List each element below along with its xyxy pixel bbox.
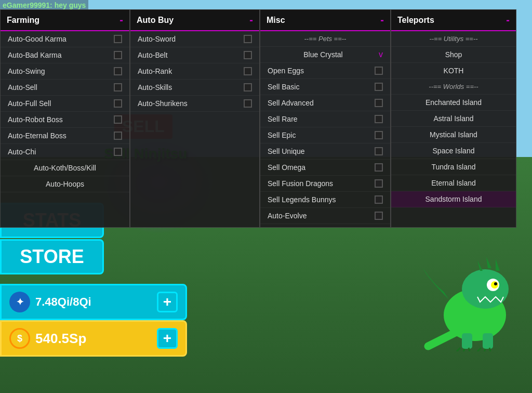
- sell-fusion-dragons-checkbox[interactable]: [375, 179, 383, 188]
- sell-rare-checkbox[interactable]: [375, 115, 383, 123]
- sell-legends-bunnys-checkbox[interactable]: [375, 195, 383, 204]
- auto-shurikens-checkbox[interactable]: [244, 99, 252, 108]
- teleport-enchanted-island[interactable]: Enchanted Island: [391, 95, 516, 111]
- auto-buy-sword[interactable]: Auto-Sword: [130, 31, 259, 47]
- misc-content: --== Pets ==-- Blue Crystal v Open Eggs …: [260, 31, 390, 227]
- sell-advanced-checkbox[interactable]: [375, 99, 383, 107]
- gold-value: 540.5Sp: [35, 331, 86, 347]
- shuriken-icon: ✦: [9, 292, 30, 312]
- teleports-content: --== Utilitys ==-- Shop KOTH --== Worlds…: [391, 31, 516, 227]
- teleports-panel: Teleports - --== Utilitys ==-- Shop KOTH…: [391, 9, 516, 228]
- misc-header: Misc -: [260, 10, 390, 31]
- svg-point-1: [462, 269, 509, 309]
- farming-content: Auto-Good Karma Auto-Bad Karma Auto-Swin…: [1, 31, 129, 227]
- svg-rect-8: [462, 333, 472, 349]
- auto-buy-rank[interactable]: Auto-Rank: [130, 63, 259, 80]
- worlds-section-header: --== Worlds ==--: [391, 79, 516, 95]
- misc-sell-basic[interactable]: Sell Basic: [260, 79, 390, 95]
- svg-marker-6: [486, 257, 491, 268]
- misc-collapse[interactable]: -: [380, 14, 384, 26]
- farming-auto-bad-karma[interactable]: Auto-Bad Karma: [1, 47, 129, 63]
- store-button[interactable]: STORE: [0, 239, 104, 274]
- misc-open-eggs[interactable]: Open Eggs: [260, 63, 390, 79]
- misc-sell-unique[interactable]: Sell Unique: [260, 143, 390, 160]
- auto-sword-checkbox[interactable]: [244, 35, 252, 43]
- misc-sell-rare[interactable]: Sell Rare: [260, 111, 390, 127]
- auto-buy-header: Auto Buy -: [130, 10, 259, 31]
- svg-rect-9: [483, 333, 493, 349]
- farming-auto-swing-checkbox[interactable]: [114, 67, 122, 75]
- farming-auto-swing[interactable]: Auto-Swing: [1, 63, 129, 80]
- teleports-title: Teleports: [397, 16, 434, 25]
- farming-auto-koth[interactable]: Auto-Koth/Boss/Kill: [1, 160, 129, 176]
- coin-icon: $: [9, 328, 30, 349]
- auto-rank-checkbox[interactable]: [244, 67, 252, 75]
- misc-panel: Misc - --== Pets ==-- Blue Crystal v Ope…: [260, 9, 391, 228]
- farming-auto-full-sell[interactable]: Auto-Full Sell: [1, 96, 129, 112]
- teleport-mystical-island[interactable]: Mystical Island: [391, 127, 516, 143]
- sell-unique-checkbox[interactable]: [375, 147, 383, 155]
- misc-sell-epic[interactable]: Sell Epic: [260, 127, 390, 143]
- sell-omega-checkbox[interactable]: [375, 163, 383, 172]
- teleport-shop[interactable]: Shop: [391, 47, 516, 63]
- teleports-collapse[interactable]: -: [506, 14, 510, 26]
- misc-title: Misc: [267, 16, 285, 25]
- svg-marker-7: [496, 259, 500, 271]
- sell-basic-checkbox[interactable]: [375, 83, 383, 91]
- auto-buy-panel: Auto Buy - Auto-Sword Auto-Belt Auto-Ran…: [130, 9, 260, 228]
- farming-auto-full-sell-checkbox[interactable]: [114, 99, 122, 108]
- teleport-sandstorm-island[interactable]: Sandstorm Island: [391, 191, 516, 207]
- misc-auto-eternalise[interactable]: Auto-Eternalise: [260, 224, 390, 227]
- misc-sell-omega[interactable]: Sell Omega: [260, 160, 390, 176]
- auto-belt-checkbox[interactable]: [244, 51, 252, 59]
- farming-auto-good-karma-checkbox[interactable]: [114, 35, 122, 43]
- xp-bar: ✦ 7.48Qi/8Qi +: [0, 284, 187, 320]
- menus-container: Farming - Auto-Good Karma Auto-Bad Karma…: [0, 9, 516, 228]
- farming-panel: Farming - Auto-Good Karma Auto-Bad Karma…: [0, 9, 130, 228]
- pet-dropdown-row[interactable]: Blue Crystal v: [260, 47, 390, 63]
- xp-plus-button[interactable]: +: [157, 292, 178, 312]
- auto-skills-checkbox[interactable]: [244, 83, 252, 91]
- teleport-koth[interactable]: KOTH: [391, 63, 516, 79]
- xp-value: 7.48Qi/8Qi: [35, 295, 91, 309]
- farming-auto-robot-boss-checkbox[interactable]: [114, 115, 122, 124]
- farming-auto-bad-karma-checkbox[interactable]: [114, 51, 122, 59]
- farming-header: Farming -: [1, 10, 129, 31]
- pet-dropdown-arrow[interactable]: v: [379, 50, 383, 59]
- teleport-eternal-island[interactable]: Eternal Island: [391, 175, 516, 191]
- auto-buy-skills[interactable]: Auto-Skills: [130, 80, 259, 96]
- auto-buy-title: Auto Buy: [137, 16, 174, 25]
- auto-buy-belt[interactable]: Auto-Belt: [130, 47, 259, 63]
- farming-auto-eternal-boss-checkbox[interactable]: [114, 132, 122, 140]
- auto-buy-collapse[interactable]: -: [249, 14, 253, 26]
- dragon-creature: [418, 247, 532, 351]
- svg-marker-5: [477, 260, 483, 271]
- farming-collapse[interactable]: -: [119, 14, 123, 26]
- farming-auto-chi[interactable]: Auto-Chi: [1, 144, 129, 160]
- username: eGamer99991: hey guys: [0, 0, 88, 10]
- misc-sell-advanced[interactable]: Sell Advanced: [260, 95, 390, 111]
- teleport-space-island[interactable]: Space Island: [391, 143, 516, 159]
- gold-plus-button[interactable]: +: [157, 328, 178, 349]
- misc-sell-fusion-dragons[interactable]: Sell Fusion Dragons: [260, 176, 390, 192]
- misc-sell-legends-bunnys[interactable]: Sell Legends Bunnys: [260, 192, 390, 208]
- misc-auto-evolve[interactable]: Auto-Evolve: [260, 208, 390, 224]
- farming-auto-eternal-boss[interactable]: Auto-Eternal Boss: [1, 128, 129, 144]
- teleport-astral-island[interactable]: Astral Island: [391, 111, 516, 127]
- gold-bar: $ 540.5Sp +: [0, 320, 187, 357]
- sell-epic-checkbox[interactable]: [375, 131, 383, 139]
- open-eggs-checkbox[interactable]: [375, 67, 383, 75]
- teleport-tundra-island[interactable]: Tundra Island: [391, 159, 516, 175]
- farming-auto-sell[interactable]: Auto-Sell: [1, 80, 129, 96]
- farming-auto-chi-checkbox[interactable]: [114, 148, 122, 156]
- farming-title: Farming: [7, 16, 39, 25]
- utilities-section-header: --== Utilitys ==--: [391, 31, 516, 47]
- farming-auto-robot-boss[interactable]: Auto-Robot Boss: [1, 112, 129, 128]
- auto-buy-shurikens[interactable]: Auto-Shurikens: [130, 96, 259, 112]
- pet-dropdown-value: Blue Crystal: [268, 50, 379, 59]
- auto-evolve-checkbox[interactable]: [375, 212, 383, 220]
- farming-auto-sell-checkbox[interactable]: [114, 83, 122, 91]
- auto-buy-content: Auto-Sword Auto-Belt Auto-Rank Auto-Skil…: [130, 31, 259, 227]
- farming-auto-good-karma[interactable]: Auto-Good Karma: [1, 31, 129, 47]
- farming-auto-hoops[interactable]: Auto-Hoops: [1, 176, 129, 192]
